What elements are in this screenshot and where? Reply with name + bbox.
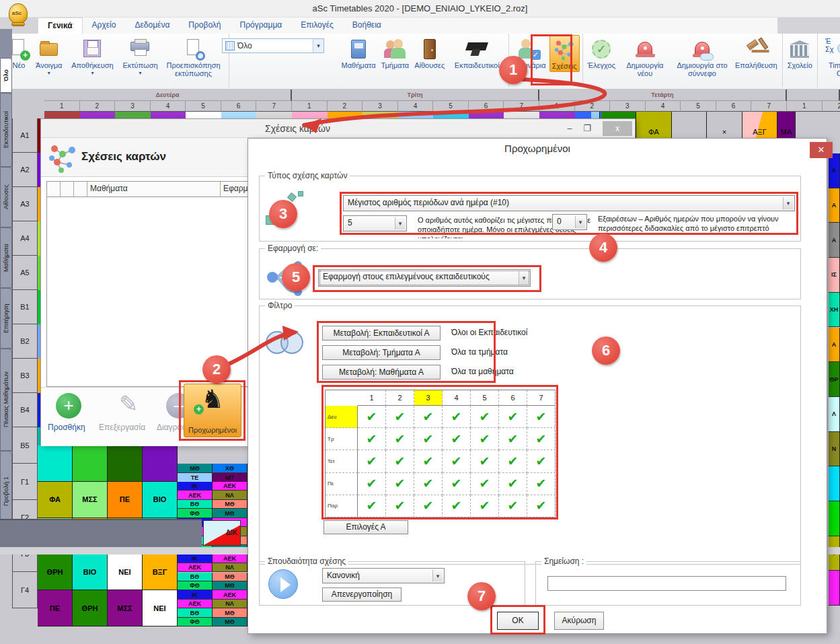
teachers-button[interactable]: Εκπαιδευτικοί xyxy=(448,35,506,71)
mini-card-ΒΘ[interactable]: ΒΘ xyxy=(178,573,213,581)
rooms-button[interactable]: Αίθουσες xyxy=(412,35,447,71)
verify-button[interactable]: Επαλήθευση xyxy=(733,35,779,71)
sidebar-tab-Επιτήρηση[interactable]: Επιτήρηση xyxy=(0,288,12,349)
period-4[interactable]: 4 xyxy=(151,101,186,112)
note-input[interactable] xyxy=(547,576,786,591)
period-2[interactable]: 2 xyxy=(328,101,363,112)
classes-button[interactable]: Τμήματα xyxy=(379,35,412,71)
menu-tab-4[interactable]: Πρόγραμμα xyxy=(231,17,292,34)
timetable-card-ΝΕΙ[interactable]: ΝΕΙ xyxy=(108,554,143,591)
timetable-card-ΒΞΓ[interactable]: ΒΞΓ xyxy=(143,554,178,591)
timetable-card[interactable] xyxy=(143,445,178,482)
list-column-Μαθήματα[interactable]: Μαθήματα xyxy=(87,182,221,196)
timetable-card[interactable] xyxy=(73,445,108,482)
mini-card-ΙΚ[interactable]: ΙΚ xyxy=(178,554,213,563)
generate-cloud-button[interactable]: Δημιουργία στο σύννεφο xyxy=(673,35,732,79)
mini-card-ΦΘ[interactable]: ΦΘ xyxy=(178,509,213,517)
add-icon[interactable]: + xyxy=(56,393,81,419)
timetable-card-ΘΡΗ[interactable]: ΘΡΗ xyxy=(73,590,108,627)
school-button[interactable]: Σχολείο xyxy=(786,35,814,71)
close-button[interactable]: x xyxy=(603,121,632,136)
mini-card-ΦΘ[interactable]: ΦΘ xyxy=(178,618,213,627)
timetable-card-ΠΕ[interactable]: ΠΕ xyxy=(38,590,73,627)
period-6[interactable]: 6 xyxy=(716,101,752,112)
period-1[interactable]: 1 xyxy=(539,101,575,112)
edge-card-Α[interactable]: Α xyxy=(829,328,840,363)
mini-card-ΦΘ[interactable]: ΦΘ xyxy=(178,581,213,590)
timetable-card-ΜΣΣ[interactable]: ΜΣΣ xyxy=(73,482,108,518)
mini-card-ΑΕΚ[interactable]: ΑΕΚ xyxy=(213,482,247,491)
menu-tab-1[interactable]: Αρχείο xyxy=(83,17,126,34)
edge-card-empty[interactable] xyxy=(829,501,840,536)
view-select[interactable]: Όλο ▾ xyxy=(222,38,324,53)
mini-card-ΜΘ[interactable]: ΜΘ xyxy=(213,509,247,517)
dialog-close-button[interactable]: ✕ xyxy=(810,142,833,158)
row-header-A2[interactable]: A2 xyxy=(12,153,38,187)
edge-card-Α[interactable]: Α xyxy=(829,153,840,188)
edge-card-ΘΡ[interactable]: ΘΡ xyxy=(829,362,840,397)
relations-titlebar[interactable]: Σχέσεις καρτών – ❐ x xyxy=(41,119,635,138)
subjects-button[interactable]: Μαθήματα xyxy=(340,35,378,71)
list-column-1[interactable] xyxy=(61,182,74,196)
timetable-card-ΒΙΟ[interactable]: ΒΙΟ xyxy=(143,482,178,518)
disable-button[interactable]: Απενεργοποίηση xyxy=(322,587,402,602)
mini-card-ΝΛ[interactable]: ΝΛ xyxy=(213,563,247,572)
mini-card-ΑΕΚ[interactable]: ΑΕΚ xyxy=(178,563,213,572)
mini-card-ΤΕ[interactable]: ΤΕ xyxy=(178,473,213,482)
period-7[interactable]: 7 xyxy=(504,101,539,112)
edge-card-empty[interactable] xyxy=(829,466,840,501)
mini-card-ΒΘ[interactable]: ΒΘ xyxy=(178,608,213,617)
mini-card-ΜΘ[interactable]: ΜΘ xyxy=(213,573,247,581)
row-header-B5[interactable]: B5 xyxy=(12,427,38,464)
timetable-card-ΝΕΙ[interactable]: ΝΕΙ xyxy=(143,590,178,627)
row-header-B4[interactable]: B4 xyxy=(12,393,38,427)
generate-button[interactable]: Δημιουργία νέου xyxy=(619,35,671,79)
edge-card-empty[interactable] xyxy=(829,571,840,606)
relations-empty-list[interactable] xyxy=(46,197,282,387)
edge-card-Ν[interactable]: Ν xyxy=(829,432,840,467)
period-6[interactable]: 6 xyxy=(469,101,504,112)
menu-tab-0[interactable]: Γενικά xyxy=(38,17,83,34)
minimize-button[interactable]: – xyxy=(561,121,578,136)
mini-card-ΝΛ[interactable]: ΝΛ xyxy=(213,491,247,499)
row-header-A4[interactable]: A4 xyxy=(12,221,38,256)
edge-card-Α[interactable]: Α xyxy=(829,188,840,223)
add-button[interactable]: Προσθήκη xyxy=(48,423,85,432)
row-header-B2[interactable]: B2 xyxy=(12,324,38,359)
maximize-button[interactable]: ❐ xyxy=(578,121,596,136)
mini-card-ΜΘ[interactable]: ΜΘ xyxy=(213,618,247,627)
period-7[interactable]: 7 xyxy=(751,101,787,112)
mini-card-ΒΘ[interactable]: ΒΘ xyxy=(178,500,213,509)
timetable-card-ΘΡΗ[interactable]: ΘΡΗ xyxy=(38,554,73,591)
list-column-2[interactable] xyxy=(74,182,87,196)
open-button[interactable]: Άνοιγμα▾ xyxy=(34,35,64,77)
timetable-card[interactable] xyxy=(108,445,143,482)
app-logo-bell-icon[interactable]: aSc xyxy=(7,2,30,30)
period-6[interactable]: 6 xyxy=(221,101,257,112)
timetable-card-ΠΕ[interactable]: ΠΕ xyxy=(108,482,143,518)
row-header-B3[interactable]: B3 xyxy=(12,359,38,393)
mini-card-ΜΘ[interactable]: ΜΘ xyxy=(213,500,247,509)
print-preview-button[interactable]: Προεπισκόπηση εκτύπωσης xyxy=(161,35,226,79)
edge-card-ΙΣ[interactable]: ΙΣ xyxy=(829,258,840,293)
mini-card-ΜΘ[interactable]: ΜΘ xyxy=(213,608,247,617)
options-a-button[interactable]: Επιλογές Α xyxy=(323,520,408,534)
cancel-button[interactable]: Ακύρωση xyxy=(554,612,604,630)
menu-tab-6[interactable]: Βοήθεια xyxy=(343,17,391,34)
period-4[interactable]: 4 xyxy=(646,101,681,112)
row-header-Γ4[interactable]: Γ4 xyxy=(12,572,38,608)
edit-button[interactable]: Επεξεργασία xyxy=(99,423,145,432)
unplaced-card[interactable]: ΔΙΚ xyxy=(203,520,241,546)
period-3[interactable]: 3 xyxy=(610,101,646,112)
print-button[interactable]: Εκτύπωση▾ xyxy=(120,35,159,77)
mini-card-ΜΘ[interactable]: ΜΘ xyxy=(178,464,213,473)
row-header-A5[interactable]: A5 xyxy=(12,256,38,290)
period-5[interactable]: 5 xyxy=(433,101,469,112)
period-2[interactable]: 2 xyxy=(823,101,840,112)
check-button[interactable]: ✓Έλεγχος xyxy=(586,35,617,71)
row-header-A1[interactable]: A1 xyxy=(12,118,38,153)
sidebar-tab-Όλο[interactable]: Όλο xyxy=(0,58,12,93)
period-5[interactable]: 5 xyxy=(681,101,716,112)
mini-card-ΑΕΚ[interactable]: ΑΕΚ xyxy=(178,491,213,499)
mini-card-ΑΕΚ[interactable]: ΑΕΚ xyxy=(213,554,247,563)
